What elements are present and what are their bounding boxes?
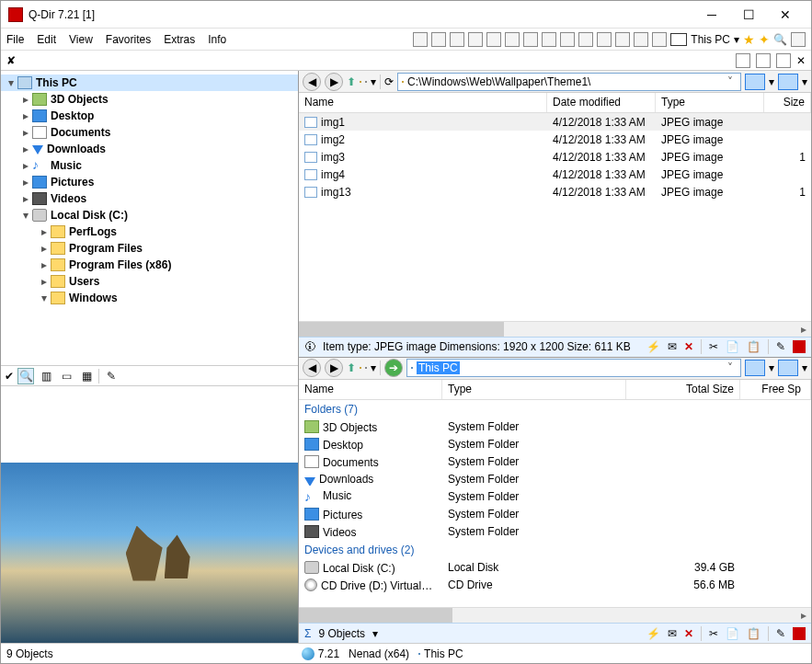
file-row[interactable]: img2 4/12/2018 1:33 AM JPEG image [299, 131, 811, 148]
close-button[interactable]: ✕ [767, 1, 804, 28]
up-icon[interactable]: ⬆ [347, 75, 356, 88]
paste-icon[interactable]: 📋 [747, 340, 761, 353]
h-scrollbar[interactable]: ▸ [299, 321, 811, 337]
layout-icon[interactable] [634, 32, 648, 47]
chevron-down-icon[interactable]: ▾ [5, 76, 17, 89]
back-button[interactable]: ◀ [303, 73, 321, 91]
folder-row[interactable]: Desktop System Folder [299, 436, 811, 453]
chevron-icon[interactable]: ▸ [38, 275, 51, 288]
col-free[interactable]: Free Sp [740, 380, 811, 399]
dropdown-icon[interactable]: ▾ [371, 361, 376, 374]
up-icon[interactable]: ⬆ [347, 361, 356, 374]
file-list[interactable]: img1 4/12/2018 1:33 AM JPEG image img2 4… [299, 113, 811, 321]
layout-icon[interactable] [468, 32, 483, 47]
dropdown-icon[interactable]: ▾ [372, 627, 378, 640]
panel-icon[interactable] [736, 53, 750, 68]
tree-item[interactable]: ▸♪Music [1, 157, 298, 174]
monitor-button[interactable] [778, 360, 798, 376]
check-icon[interactable]: ✔ [5, 370, 14, 383]
folder-row[interactable]: Documents System Folder [299, 453, 811, 471]
lightning-icon[interactable]: ⚡ [646, 627, 660, 640]
chevron-icon[interactable]: ▸ [19, 109, 32, 122]
preview-mode-icon[interactable]: ▭ [58, 368, 74, 384]
layout-icon[interactable] [413, 32, 428, 47]
group-header[interactable]: Devices and drives (2) [299, 541, 811, 559]
menu-edit[interactable]: Edit [37, 33, 56, 46]
tree-root[interactable]: ▾ This PC [1, 74, 298, 91]
chevron-icon[interactable]: ▾ [19, 209, 32, 222]
tree-item[interactable]: ▸Videos [1, 190, 298, 207]
col-type[interactable]: Type [442, 380, 626, 399]
dropdown-icon[interactable]: ˅ [724, 361, 737, 374]
monitor-button[interactable] [778, 74, 798, 90]
magnifier-icon[interactable]: 🔍 [773, 33, 787, 46]
tree-item[interactable]: ▸Documents [1, 124, 298, 141]
layout-icon[interactable] [542, 32, 556, 47]
tree-item[interactable]: ▸Program Files [1, 240, 298, 257]
h-scrollbar[interactable]: ▸ [299, 607, 811, 623]
layout-icon[interactable] [431, 32, 446, 47]
preview-mode-icon[interactable]: 🔍 [17, 368, 34, 384]
cut-icon[interactable]: ✂ [709, 340, 718, 353]
preview-mode-icon[interactable]: ▦ [78, 368, 95, 384]
panel-icon[interactable] [776, 53, 791, 68]
cut-icon[interactable]: ✂ [709, 627, 718, 640]
chevron-icon[interactable]: ▸ [19, 93, 32, 106]
copy-icon[interactable]: 📄 [726, 340, 739, 353]
folder-row[interactable]: 3D Objects System Folder [299, 418, 811, 436]
edit-icon[interactable]: ✎ [776, 340, 785, 353]
tree-item[interactable]: ▸Users [1, 273, 298, 290]
layout-icon[interactable] [615, 32, 630, 47]
view-icon[interactable] [365, 367, 367, 369]
delete-icon[interactable]: ✕ [684, 627, 693, 640]
folder-open-icon[interactable] [360, 81, 361, 83]
forward-button[interactable]: ▶ [325, 73, 343, 91]
layout-icon[interactable] [505, 32, 520, 47]
chevron-icon[interactable]: ▸ [19, 143, 32, 155]
favorite-add-icon[interactable]: ✦ [759, 32, 770, 47]
folder-tree[interactable]: ▾ This PC ▸3D Objects▸Desktop▸Documents▸… [1, 71, 298, 365]
refresh-icon[interactable]: ⟳ [384, 75, 394, 88]
col-type[interactable]: Type [656, 93, 764, 112]
layout-icon[interactable] [523, 32, 538, 47]
tree-item[interactable]: ▸Desktop [1, 108, 298, 124]
chevron-icon[interactable]: ▸ [38, 242, 51, 255]
tree-item[interactable]: ▸Program Files (x86) [1, 257, 298, 273]
tree-item[interactable]: ▾Windows [1, 290, 298, 306]
mail-icon[interactable]: ✉ [668, 340, 677, 353]
edit-icon[interactable]: ✎ [776, 627, 785, 640]
tree-item[interactable]: ▾Local Disk (C:) [1, 207, 298, 223]
drive-row[interactable]: Local Disk (C:) Local Disk 39.4 GB [299, 559, 811, 577]
file-row[interactable]: img3 4/12/2018 1:33 AM JPEG image 1 [299, 148, 811, 166]
folder-row[interactable]: Pictures System Folder [299, 506, 811, 523]
copy-icon[interactable]: 📄 [726, 627, 739, 640]
drive-row[interactable]: CD Drive (D:) VirtualBo... CD Drive 56.6… [299, 577, 811, 594]
col-size[interactable]: Size [764, 93, 811, 112]
chevron-icon[interactable]: ▸ [19, 176, 32, 189]
tree-item[interactable]: ▸Pictures [1, 174, 298, 190]
address-bar[interactable]: This PC ˅ [406, 359, 741, 377]
dropdown-icon[interactable]: ▾ [802, 75, 807, 88]
monitor-button[interactable] [745, 74, 765, 90]
col-date[interactable]: Date modified [547, 93, 656, 112]
options-icon[interactable] [791, 32, 806, 47]
file-row[interactable]: img1 4/12/2018 1:33 AM JPEG image [299, 113, 811, 131]
folder-row[interactable]: Videos System Folder [299, 523, 811, 541]
thispc-label[interactable]: This PC [691, 33, 730, 46]
minimize-button[interactable]: ─ [693, 1, 730, 28]
layout-icon[interactable] [597, 32, 612, 47]
tree-item[interactable]: ▸PerfLogs [1, 223, 298, 240]
dropdown-icon[interactable]: ▾ [802, 361, 807, 374]
chevron-icon[interactable]: ▸ [19, 159, 32, 172]
layout-icon[interactable] [450, 32, 464, 47]
lightning-icon[interactable]: ⚡ [646, 340, 660, 353]
menu-info[interactable]: Info [208, 33, 226, 46]
col-name[interactable]: Name [299, 380, 442, 399]
dropdown-icon[interactable]: ˅ [724, 75, 737, 88]
col-name[interactable]: Name [299, 93, 547, 112]
paste-icon[interactable]: 📋 [747, 627, 761, 640]
panel-icon[interactable] [756, 53, 771, 68]
close-tab-icon[interactable]: ✕ [796, 54, 806, 67]
layout-icon[interactable] [486, 32, 501, 47]
monitor-button[interactable] [745, 360, 765, 376]
